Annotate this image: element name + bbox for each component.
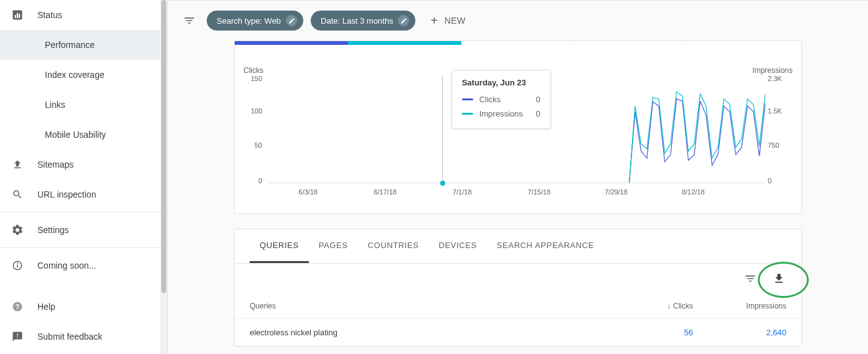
swatch-impressions	[462, 113, 473, 115]
add-filter-button[interactable]: + NEW	[430, 14, 465, 28]
sidebar-item-links[interactable]: Links	[0, 90, 167, 120]
chart-area: Clicks Impressions 150 100 50 0 2.3K 1.5…	[235, 45, 801, 206]
chip-label: Date: Last 3 months	[321, 16, 393, 26]
col-header-impressions[interactable]: Impressions	[693, 302, 786, 310]
sidebar-item-mobile-usability[interactable]: Mobile Usability	[0, 120, 167, 150]
sidebar-item-label: Mobile Usability	[45, 130, 106, 140]
sidebar-item-label: URL inspection	[37, 189, 96, 199]
feedback-icon	[10, 331, 25, 342]
tab-queries[interactable]: QUERIES	[250, 229, 309, 263]
y-tick-left: 150	[243, 75, 262, 82]
chart-card: Clicks Impressions 150 100 50 0 2.3K 1.5…	[234, 41, 802, 214]
plus-icon: +	[430, 14, 438, 28]
tooltip-value: 0	[535, 95, 540, 104]
col-header-clicks[interactable]: ↓Clicks	[600, 302, 693, 310]
x-tick: 8/12/18	[682, 188, 705, 196]
y-tick-left: 100	[243, 107, 262, 115]
svg-point-6	[17, 263, 18, 264]
y-tick-right: 750	[768, 141, 793, 149]
y-tick-right: 2.3K	[768, 75, 793, 82]
table-row[interactable]: electroless nickel plating 56 2,640	[235, 318, 801, 346]
svg-rect-3	[19, 14, 20, 18]
tab-search-appearance[interactable]: SEARCH APPEARANCE	[487, 229, 604, 263]
chip-search-type[interactable]: Search type: Web	[207, 11, 303, 31]
info-icon	[10, 260, 25, 271]
plot[interactable]: Saturday, Jun 23 Clicks 0 Impressions 0	[268, 76, 765, 183]
sidebar-item-label: Settings	[37, 225, 69, 235]
svg-rect-1	[15, 15, 16, 18]
svg-text:?: ?	[16, 303, 19, 310]
tooltip-label: Clicks	[479, 95, 524, 104]
sidebar-item-coming-soon[interactable]: Coming soon...	[0, 251, 167, 280]
cell-query: electroless nickel plating	[250, 328, 600, 337]
sidebar-item-help[interactable]: ? Help	[0, 292, 167, 322]
help-icon: ?	[10, 301, 25, 312]
swatch-clicks	[462, 98, 473, 100]
x-axis-labels: 6/3/186/17/187/1/187/15/187/29/188/12/18	[268, 188, 765, 201]
tabs: QUERIES PAGES COUNTRIES DEVICES SEARCH A…	[235, 229, 801, 264]
upload-icon	[10, 159, 25, 170]
chart-tooltip: Saturday, Jun 23 Clicks 0 Impressions 0	[451, 70, 551, 129]
x-tick: 7/15/18	[528, 188, 551, 196]
filter-bar: Search type: Web Date: Last 3 months + N…	[168, 1, 868, 41]
crosshair	[442, 76, 443, 183]
main-content: Search type: Web Date: Last 3 months + N…	[168, 0, 868, 354]
sidebar-item-label: Links	[45, 100, 65, 110]
crosshair-dot	[440, 181, 445, 186]
sidebar-item-label: Sitemaps	[37, 160, 73, 170]
x-tick: 7/29/18	[605, 188, 628, 196]
tab-countries[interactable]: COUNTRIES	[358, 229, 429, 263]
sidebar-item-label: Coming soon...	[37, 261, 96, 270]
pencil-icon	[286, 15, 297, 26]
sidebar-item-label: Status	[37, 10, 62, 20]
chip-label: Search type: Web	[217, 16, 281, 26]
sidebar-item-label: Help	[37, 302, 55, 312]
sidebar-item-performance[interactable]: Performance	[0, 30, 167, 60]
table-toolbar	[235, 264, 801, 294]
y-tick-left: 0	[243, 177, 262, 184]
x-tick: 6/17/18	[374, 188, 397, 196]
download-icon[interactable]	[770, 270, 788, 287]
x-tick: 7/1/18	[453, 188, 472, 196]
tooltip-value: 0	[535, 109, 540, 118]
x-tick: 6/3/18	[299, 188, 318, 196]
table-header: Queries ↓Clicks Impressions	[235, 294, 801, 318]
sidebar-item-status[interactable]: Status	[0, 0, 167, 30]
gear-icon	[10, 224, 25, 236]
y-axis-right-title: Impressions	[752, 66, 793, 75]
sidebar-scrollbar-thumb[interactable]	[161, 0, 166, 293]
table-filter-icon[interactable]	[742, 270, 759, 287]
cell-clicks: 56	[600, 328, 693, 337]
y-tick-right: 1.5K	[768, 107, 793, 115]
cell-impressions: 2,640	[693, 328, 786, 337]
search-icon	[10, 189, 25, 200]
sidebar-item-url-inspection[interactable]: URL inspection	[0, 179, 167, 209]
sidebar-item-label: Performance	[45, 40, 95, 50]
tab-devices[interactable]: DEVICES	[429, 229, 487, 263]
table-card: QUERIES PAGES COUNTRIES DEVICES SEARCH A…	[234, 229, 802, 347]
filter-icon[interactable]	[179, 11, 199, 31]
sidebar-scrollbar[interactable]	[160, 0, 167, 354]
divider	[0, 212, 167, 213]
sidebar-item-sitemaps[interactable]: Sitemaps	[0, 150, 167, 179]
sidebar-item-label: Submit feedback	[37, 332, 102, 342]
baseline	[268, 183, 765, 183]
col-header-queries[interactable]: Queries	[250, 302, 600, 310]
sidebar-item-index-coverage[interactable]: Index coverage	[0, 60, 167, 90]
tooltip-row-impressions: Impressions 0	[462, 107, 540, 121]
sidebar-item-submit-feedback[interactable]: Submit feedback	[0, 322, 167, 352]
tab-pages[interactable]: PAGES	[309, 229, 358, 263]
tooltip-label: Impressions	[479, 109, 524, 118]
sort-desc-icon: ↓	[667, 302, 671, 310]
tooltip-row-clicks: Clicks 0	[462, 92, 540, 107]
sidebar: Status Performance Index coverage Links …	[0, 0, 168, 354]
pencil-icon	[398, 15, 409, 26]
divider	[0, 247, 167, 248]
y-tick-right: 0	[768, 177, 793, 184]
sidebar-item-label: Index coverage	[45, 70, 105, 80]
y-axis-left-title: Clicks	[243, 66, 263, 75]
chip-date-range[interactable]: Date: Last 3 months	[311, 11, 415, 31]
bar-chart-icon	[10, 9, 25, 21]
sidebar-item-settings[interactable]: Settings	[0, 215, 167, 245]
new-label: NEW	[445, 16, 466, 26]
